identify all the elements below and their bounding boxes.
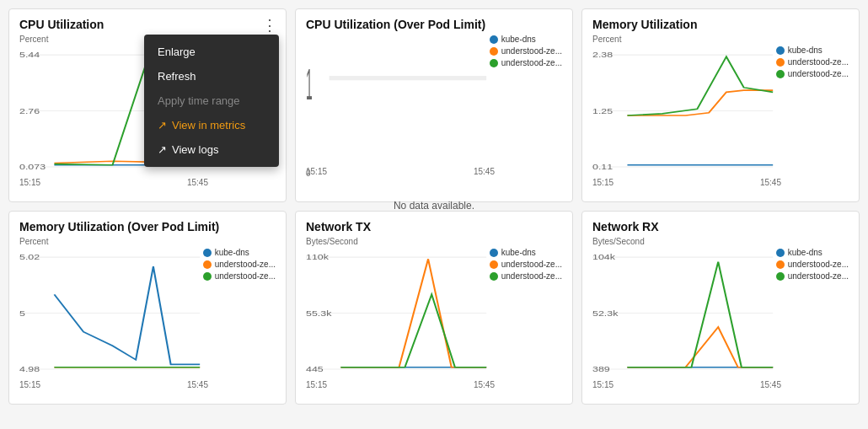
chart-network-tx: 110k 55.3k 445 kube-dns understood-ze... <box>306 248 562 378</box>
x-label-start-rx: 15:15 <box>592 380 613 389</box>
legend-item-5: understood-ze... <box>776 57 849 67</box>
dropdown-enlarge[interactable]: Enlarge <box>144 40 279 64</box>
legend-item-4: understood-ze... <box>490 58 562 67</box>
chart-memory-util: 2.38 1.25 0.11 kube-dns understood-ze... <box>592 46 849 176</box>
legend-label-3: understood-ze... <box>501 46 562 56</box>
legend-label-kube-dns-2: kube-dns <box>501 35 536 44</box>
external-link-icon-logs: ↗ <box>158 143 167 156</box>
svg-text:104k: 104k <box>592 253 615 262</box>
card-cpu-over-limit: CPU Utilization (Over Pod Limit) 1 No da… <box>295 8 573 202</box>
x-label-end-rx: 15:45 <box>760 380 781 389</box>
card-title-cpu-util: CPU Utilization <box>19 18 276 31</box>
legend-color-kube-dns-5 <box>490 249 498 257</box>
legend-item-kube-dns-5: kube-dns <box>490 248 562 257</box>
card-title-cpu-over-limit: CPU Utilization (Over Pod Limit) <box>306 18 562 31</box>
legend-item-8: understood-ze... <box>203 271 276 281</box>
legend-label-5: understood-ze... <box>788 57 849 67</box>
card-memory-over-limit: Memory Utilization (Over Pod Limit) Perc… <box>8 211 287 405</box>
legend-color-9 <box>490 260 498 269</box>
x-label-start-cpu: 15:15 <box>19 178 40 187</box>
legend-label-6: understood-ze... <box>788 69 849 78</box>
x-label-end-cpu: 15:45 <box>187 178 208 187</box>
legend-color-7 <box>203 260 212 269</box>
svg-text:1.25: 1.25 <box>592 106 613 115</box>
dropdown-refresh[interactable]: Refresh <box>144 64 279 88</box>
svg-text:389: 389 <box>592 364 610 373</box>
dropdown-apply-time-range: Apply time range <box>144 88 279 113</box>
svg-text:5.02: 5.02 <box>19 253 40 262</box>
legend-color-8 <box>203 272 212 281</box>
dropdown-menu: Enlarge Refresh Apply time range ↗ View … <box>144 35 279 167</box>
card-network-rx: Network RX Bytes/Second 104k 52.3k 389 <box>581 211 860 405</box>
x-label-end-tx: 15:45 <box>474 380 495 389</box>
legend-label-kube-dns-3: kube-dns <box>788 46 822 55</box>
x-labels-memory2: 15:15 15:45 <box>19 380 276 389</box>
legend-label-kube-dns-5: kube-dns <box>501 248 536 257</box>
legend-color-kube-dns-3 <box>776 46 785 55</box>
card-title-memory-over-limit: Memory Utilization (Over Pod Limit) <box>19 220 276 233</box>
legend-label-4: understood-ze... <box>501 58 562 67</box>
svg-text:1: 1 <box>306 61 313 109</box>
y-axis-label-rx: Bytes/Second <box>592 237 849 246</box>
legend-label-kube-dns-4: kube-dns <box>215 248 249 257</box>
legend-memory-util: kube-dns understood-ze... understood-ze.… <box>776 46 849 78</box>
legend-item-7: understood-ze... <box>203 260 276 269</box>
legend-item-kube-dns-4: kube-dns <box>203 248 276 257</box>
external-link-icon-metrics: ↗ <box>158 119 167 131</box>
card-title-network-rx: Network RX <box>592 220 849 233</box>
legend-label-8: understood-ze... <box>215 271 276 281</box>
card-cpu-util: CPU Utilization ⋮ Enlarge Refresh Apply … <box>8 8 287 202</box>
card-memory-util: Memory Utilization Percent 2.38 1.25 0.1… <box>581 8 860 202</box>
legend-label-10: understood-ze... <box>501 271 562 281</box>
svg-text:110k: 110k <box>306 253 329 262</box>
legend-color-6 <box>776 70 785 78</box>
x-label-start-memory: 15:15 <box>592 178 613 187</box>
x-labels-tx: 15:15 15:45 <box>306 380 562 389</box>
legend-label-11: understood-ze... <box>788 260 849 269</box>
svg-text:0.11: 0.11 <box>592 162 613 171</box>
legend-item-kube-dns-6: kube-dns <box>776 248 849 257</box>
legend-item-6: understood-ze... <box>776 69 849 78</box>
svg-text:5: 5 <box>19 308 25 318</box>
legend-color-4 <box>490 59 498 67</box>
legend-color-5 <box>776 58 785 67</box>
legend-item-3: understood-ze... <box>490 46 562 56</box>
svg-text:55.3k: 55.3k <box>306 308 332 318</box>
legend-color-12 <box>776 272 785 281</box>
svg-text:2.38: 2.38 <box>592 51 613 60</box>
x-label-start-tx: 15:15 <box>306 380 327 389</box>
y-axis-label-memory: Percent <box>592 35 849 44</box>
legend-label-9: understood-ze... <box>501 260 562 269</box>
legend-network-tx: kube-dns understood-ze... understood-ze.… <box>490 248 562 281</box>
legend-color-11 <box>776 260 785 269</box>
legend-color-kube-dns-4 <box>203 249 212 257</box>
svg-text:5.44: 5.44 <box>19 51 40 60</box>
svg-text:445: 445 <box>306 364 324 373</box>
x-label-start-memory2: 15:15 <box>19 380 40 389</box>
x-label-end-memory: 15:45 <box>760 178 781 187</box>
legend-item-11: understood-ze... <box>776 260 849 269</box>
card-title-memory-util: Memory Utilization <box>592 18 849 31</box>
card-menu-icon[interactable]: ⋮ <box>262 18 277 33</box>
dashboard-grid: CPU Utilization ⋮ Enlarge Refresh Apply … <box>8 8 860 405</box>
y-axis-label-memory2: Percent <box>19 237 276 246</box>
x-labels-rx: 15:15 15:45 <box>592 380 849 389</box>
legend-color-kube-dns-6 <box>776 249 785 257</box>
y-min-cpu2: 0 <box>306 169 311 178</box>
legend-item-kube-dns-3: kube-dns <box>776 46 849 55</box>
y-axis-label-tx: Bytes/Second <box>306 237 562 246</box>
svg-text:0.073: 0.073 <box>19 162 46 171</box>
x-labels-memory: 15:15 15:45 <box>592 178 849 187</box>
legend-color-10 <box>490 272 498 281</box>
chart-network-rx: 104k 52.3k 389 kube-dns understood-ze... <box>592 248 849 378</box>
chart-memory-over-limit: 5.02 5 4.98 kube-dns understood-ze... <box>19 248 276 378</box>
dropdown-view-metrics[interactable]: ↗ View in metrics <box>144 113 279 137</box>
legend-color-3 <box>490 47 498 56</box>
legend-label-12: understood-ze... <box>788 271 849 281</box>
x-labels-cpu: 15:15 15:45 <box>19 178 276 187</box>
legend-item-kube-dns-2: kube-dns <box>490 35 562 44</box>
legend-memory-over-limit: kube-dns understood-ze... understood-ze.… <box>203 248 276 281</box>
legend-network-rx: kube-dns understood-ze... understood-ze.… <box>776 248 849 281</box>
dropdown-view-logs[interactable]: ↗ View logs <box>144 137 279 162</box>
chart-cpu-over-limit: 1 No data available. Try adjusting the d… <box>306 35 562 165</box>
